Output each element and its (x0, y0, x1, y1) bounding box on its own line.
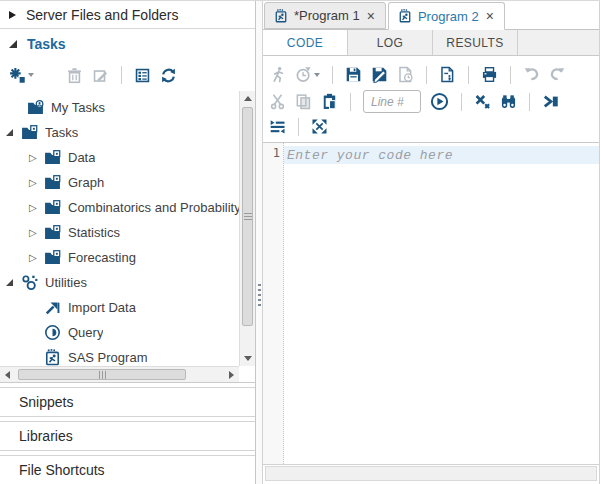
save-as-button[interactable] (371, 66, 388, 83)
expander-collapsed-icon[interactable]: ▷ (29, 203, 44, 213)
tree-item-my-tasks[interactable]: My Tasks (0, 95, 239, 120)
tabstrip-filler (518, 30, 599, 55)
tree-item-graph[interactable]: ▷ Graph (0, 170, 239, 195)
tab-label: Program 2 (418, 9, 479, 24)
redo-icon (549, 66, 566, 83)
clear-code-button[interactable] (474, 93, 491, 110)
section-tasks[interactable]: Tasks (0, 29, 255, 59)
folder-user-icon (27, 99, 44, 116)
scroll-left-button[interactable] (0, 367, 15, 383)
paste-button[interactable] (321, 93, 338, 110)
recover-button[interactable] (397, 66, 414, 83)
expander-collapsed-icon[interactable]: ▷ (29, 228, 44, 238)
scroll-right-button[interactable] (224, 367, 239, 383)
history-icon (295, 66, 312, 83)
copy-button[interactable] (295, 93, 312, 110)
run-icon (269, 66, 286, 83)
section-file-shortcuts[interactable]: File Shortcuts (0, 455, 255, 484)
tasks-tree: My Tasks Tasks ▷ Data ▷ Graph (0, 91, 255, 383)
cut-button[interactable] (269, 93, 286, 110)
tree-item-sas-program[interactable]: SAS Program (0, 345, 239, 366)
edit-button[interactable] (92, 67, 109, 84)
expander-expanded-icon[interactable] (6, 279, 21, 286)
arrow-left-icon (5, 371, 10, 379)
folder-lock-icon (44, 224, 61, 241)
chevron-down-icon (28, 73, 34, 77)
binoculars-icon (500, 93, 517, 110)
expander-expanded-icon[interactable] (6, 129, 21, 136)
scroll-up-button[interactable] (240, 91, 255, 106)
tab-program-1[interactable]: *Program 1 × (264, 2, 386, 29)
tab-label: *Program 1 (294, 8, 360, 23)
print-button[interactable] (481, 66, 498, 83)
tree-item-forecasting[interactable]: ▷ Forecasting (0, 245, 239, 270)
properties-button[interactable] (134, 67, 151, 84)
tree-item-statistics[interactable]: ▷ Statistics (0, 220, 239, 245)
tree-item-query[interactable]: Query (0, 320, 239, 345)
goto-line-input[interactable] (363, 90, 421, 113)
program-summary-button[interactable] (439, 66, 456, 83)
expanded-arrow-icon (9, 40, 17, 48)
code-toolbar (263, 56, 599, 143)
folder-lock-icon (44, 199, 61, 216)
code-editor[interactable]: 1 Enter your code here (263, 143, 599, 465)
undo-button[interactable] (523, 66, 540, 83)
expander-collapsed-icon[interactable]: ▷ (29, 178, 44, 188)
find-replace-button[interactable] (500, 93, 517, 110)
refresh-button[interactable] (160, 67, 177, 84)
arrow-down-icon (244, 356, 252, 361)
tab-code[interactable]: CODE (263, 30, 348, 55)
tab-log[interactable]: LOG (348, 30, 433, 55)
redo-button[interactable] (549, 66, 566, 83)
toolbar-separator (529, 93, 530, 111)
enhanced-editor-button[interactable] (542, 93, 559, 110)
run-button[interactable] (269, 66, 286, 83)
code-page-icon (439, 66, 456, 83)
vertical-scroll-thumb[interactable] (242, 107, 253, 326)
panel-splitter[interactable] (256, 1, 263, 484)
tab-results[interactable]: RESULTS (433, 30, 518, 55)
save-icon (345, 66, 362, 83)
query-icon (44, 324, 61, 341)
maximize-view-button[interactable] (311, 118, 328, 135)
tab-program-2[interactable]: Program 2 × (388, 2, 505, 30)
delete-button[interactable] (66, 67, 83, 84)
toolbar-separator (121, 66, 122, 84)
section-snippets[interactable]: Snippets (0, 387, 255, 417)
tree-horizontal-scrollbar[interactable] (0, 366, 239, 382)
submission-history-button[interactable] (295, 66, 320, 83)
code-area[interactable]: Enter your code here (284, 143, 599, 464)
view-tabstrip: CODE LOG RESULTS (263, 30, 599, 56)
utilities-icon (21, 274, 38, 291)
toolbar-row-1 (269, 61, 593, 88)
current-line-highlight: Enter your code here (284, 146, 599, 164)
toolbar-separator (298, 118, 299, 136)
scroll-down-button[interactable] (240, 351, 255, 366)
tree-vertical-scrollbar[interactable] (239, 91, 255, 366)
tree-item-combinatorics[interactable]: ▷ Combinatorics and Probability (0, 195, 239, 220)
section-server-files[interactable]: Server Files and Folders (0, 1, 255, 29)
new-task-button[interactable] (9, 67, 34, 84)
folder-lock-icon (44, 249, 61, 266)
close-icon[interactable]: × (485, 9, 495, 23)
bottom-sections: Snippets Libraries File Shortcuts (0, 383, 255, 484)
toolbar-separator (332, 66, 333, 84)
trash-icon (66, 67, 83, 84)
expander-collapsed-icon[interactable]: ▷ (29, 253, 44, 263)
toolbar-separator (426, 66, 427, 84)
save-button[interactable] (345, 66, 362, 83)
go-circle-icon (430, 92, 449, 111)
horizontal-scroll-thumb[interactable] (18, 369, 186, 380)
line-number-gutter: 1 (263, 143, 284, 464)
tree-item-data[interactable]: ▷ Data (0, 145, 239, 170)
folder-lock-icon (21, 124, 38, 141)
tree-item-import-data[interactable]: Import Data (0, 295, 239, 320)
format-code-button[interactable] (269, 118, 286, 135)
close-icon[interactable]: × (366, 9, 376, 23)
tree-item-tasks[interactable]: Tasks (0, 120, 239, 145)
undo-icon (523, 66, 540, 83)
expander-collapsed-icon[interactable]: ▷ (29, 153, 44, 163)
section-libraries[interactable]: Libraries (0, 421, 255, 451)
tree-item-utilities[interactable]: Utilities (0, 270, 239, 295)
goto-line-button[interactable] (430, 92, 449, 111)
